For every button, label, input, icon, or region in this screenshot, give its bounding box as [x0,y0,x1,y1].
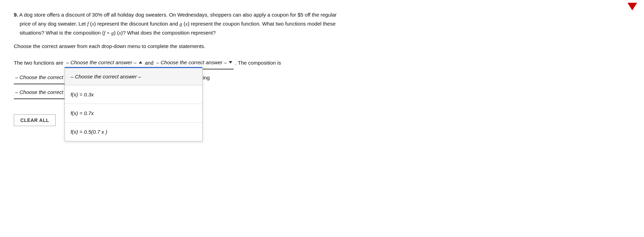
statement-row-1: The two functions are – Choose the corre… [14,56,630,69]
instruction-text: Choose the correct answer from each drop… [14,43,630,49]
dropdown-2-arrow-down-icon [229,61,232,64]
dropdown-menu-item-3[interactable]: f(x) = 0.5(0.7 x ) [65,123,202,141]
page: 9. A dog store offers a discount of 30% … [0,0,644,237]
dropdown-3-label: – Choose the correct a [15,72,68,83]
question-text-line3: situations? What is the composition (f ∘… [14,30,216,36]
question-number: 9. [14,12,18,18]
dropdown-6-label: – Choose the correct a [15,86,68,98]
dropdown-6[interactable]: – Choose the correct a [14,86,69,99]
statement1-prefix: The two functions are [14,57,63,68]
dropdown-menu-item-2[interactable]: f(x) = 0.7x [65,104,202,123]
dropdown-menu-item-1[interactable]: f(x) = 0.3x [65,85,202,104]
dropdown-menu-header[interactable]: – Choose the correct answer – [65,68,202,85]
dropdown-1-label: – Choose the correct answer – [66,57,136,68]
dropdown-1-menu: – Choose the correct answer – f(x) = 0.3… [65,67,203,141]
dropdown-1-arrow-up-icon [139,61,142,64]
flag-icon [627,3,637,10]
question-text-line2: price of any dog sweater. Let f (x) repr… [14,21,335,27]
question-body: 9. A dog store offers a discount of 30% … [14,10,630,38]
question-text-line1: A dog store offers a discount of 30% off… [19,12,336,18]
dropdown-3[interactable]: – Choose the correct a [14,71,69,84]
statement1-suffix: . The composition is [235,57,281,68]
dropdown-1[interactable]: – Choose the correct answer – – Choose t… [65,56,143,69]
clear-all-button[interactable]: CLEAR ALL [14,114,56,126]
dropdown-2-label: – Choose the correct answer – [156,57,227,68]
